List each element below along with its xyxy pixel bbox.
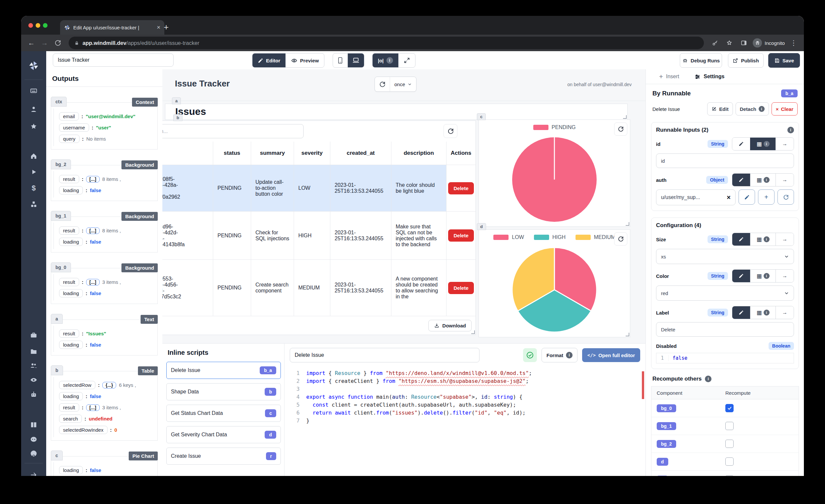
output-key[interactable]: result — [59, 175, 79, 183]
output-key[interactable]: search — [59, 415, 82, 423]
color-select[interactable]: red — [656, 286, 794, 301]
recompute-checkbox[interactable] — [725, 422, 734, 430]
connect-mode-button[interactable]: → — [775, 138, 794, 150]
edit-button[interactable]: Edit — [707, 102, 733, 116]
column-header-id[interactable] — [162, 142, 213, 165]
inline-script-item[interactable]: Get Status Chart Datac — [166, 405, 281, 422]
app-name-input[interactable] — [53, 54, 173, 67]
resize-handle[interactable] — [623, 115, 627, 119]
inline-script-item[interactable]: Delete Issueb_a — [166, 362, 281, 379]
editor-tab[interactable]: Editor — [252, 54, 286, 67]
github-icon[interactable] — [21, 449, 46, 457]
reload-icon[interactable] — [52, 37, 63, 49]
table-refresh-button[interactable] — [444, 124, 457, 138]
recompute-checkbox[interactable] — [725, 404, 734, 412]
bookmark-star-icon[interactable] — [724, 37, 735, 49]
expand-pill[interactable]: [...] — [86, 176, 100, 183]
output-key[interactable]: email — [59, 112, 79, 121]
output-key[interactable]: username — [59, 124, 89, 132]
user-icon[interactable] — [21, 105, 46, 113]
code-editor[interactable]: 1import { Resource } from "https://deno.… — [285, 367, 646, 476]
chart-refresh-button[interactable] — [614, 232, 627, 245]
close-window-button[interactable] — [28, 23, 33, 28]
output-key[interactable]: result — [59, 330, 79, 338]
tab-close-icon[interactable]: × — [157, 24, 160, 31]
output-key[interactable]: selectedRowIndex — [59, 426, 107, 434]
fullscreen-button[interactable] — [398, 54, 415, 67]
legend-item[interactable]: MEDIUM — [576, 234, 615, 240]
edit-resource-button[interactable] — [739, 190, 755, 205]
connect-mode-button[interactable]: → — [775, 233, 794, 245]
static-mode-button[interactable] — [732, 233, 750, 245]
static-mode-button[interactable] — [732, 173, 750, 186]
delete-button[interactable]: Delete — [448, 282, 473, 294]
browser-menu-icon[interactable]: ⋮ — [788, 37, 799, 49]
home-icon[interactable] — [21, 152, 46, 160]
resource-picker[interactable]: u/user/my_sup... × — [656, 190, 736, 205]
static-mode-button[interactable] — [732, 270, 750, 282]
browser-tab[interactable]: Edit App u/user/issue-tracker | × — [60, 20, 164, 34]
component-tag[interactable]: b — [173, 114, 182, 121]
side-panel-icon[interactable] — [738, 37, 749, 49]
tab-insert[interactable]: +Insert — [659, 73, 679, 80]
column-header-description[interactable]: description — [391, 142, 447, 165]
eye-icon[interactable] — [21, 376, 46, 384]
script-name-input[interactable] — [290, 348, 479, 362]
publish-button[interactable]: Publish — [728, 53, 764, 68]
resize-handle[interactable] — [471, 331, 475, 334]
clear-resource-icon[interactable]: × — [727, 194, 731, 201]
table-row[interactable]: 0553-e-4d56-d-f7d5c3c2PENDINGCreate sear… — [162, 260, 475, 316]
discord-icon[interactable] — [21, 435, 46, 443]
recompute-checkbox[interactable] — [725, 440, 734, 448]
output-section-id[interactable]: bg_0 — [51, 263, 71, 272]
book-icon[interactable] — [21, 421, 46, 429]
inline-script-item[interactable]: Get Severity Chart Datad — [166, 426, 281, 443]
connect-mode-button[interactable]: → — [775, 173, 794, 186]
legend-item[interactable]: HIGH — [534, 234, 566, 240]
output-key[interactable]: loading — [59, 289, 83, 297]
table-row[interactable]: 8d96-7-4d2d-4-e4143b8faPENDINGCheck for … — [162, 211, 475, 260]
pie-chart-component-c[interactable]: c PENDING — [478, 120, 630, 227]
toolbox-icon[interactable] — [21, 331, 46, 339]
resize-handle[interactable] — [626, 222, 629, 226]
table-component[interactable]: b statussummaryseveritycreated_atdescrip… — [162, 121, 476, 335]
legend-item[interactable]: LOW — [493, 234, 524, 240]
robot-icon[interactable] — [21, 390, 46, 399]
open-full-editor-button[interactable]: </> Open full editor — [582, 348, 640, 362]
column-header-severity[interactable]: severity — [294, 142, 330, 165]
output-key[interactable]: result — [59, 403, 79, 412]
template-mode-button[interactable]: ▦i — [750, 306, 775, 319]
output-section-id[interactable]: c — [51, 450, 63, 460]
save-button[interactable]: Save — [768, 53, 800, 68]
template-mode-button[interactable]: ▦i — [750, 270, 775, 282]
output-key[interactable]: loading — [59, 466, 83, 474]
mobile-view-button[interactable] — [333, 54, 348, 67]
output-section-id[interactable]: b — [51, 365, 63, 375]
arrow-right-icon[interactable] — [21, 471, 46, 476]
output-section-id[interactable]: bg_1 — [51, 211, 71, 221]
delete-button[interactable]: Delete — [448, 182, 473, 195]
output-key[interactable]: loading — [59, 341, 83, 349]
output-section-id[interactable]: a — [51, 314, 63, 324]
new-tab-button[interactable]: + — [164, 22, 169, 32]
add-resource-button[interactable]: + — [758, 190, 774, 205]
download-button[interactable]: Download — [428, 320, 471, 332]
component-tag[interactable]: a — [172, 97, 181, 104]
inline-script-item[interactable]: Shape Datab — [166, 383, 281, 401]
template-mode-button[interactable]: ▦i — [750, 233, 775, 245]
desktop-view-button[interactable] — [348, 54, 364, 67]
debug-runs-button[interactable]: Debug Runs — [680, 53, 722, 68]
refresh-resource-button[interactable] — [777, 190, 794, 205]
table-search-input[interactable] — [162, 124, 304, 138]
clear-button[interactable]: × Clear — [771, 102, 798, 116]
expand-pill[interactable]: [...] — [86, 279, 100, 286]
legend-item[interactable]: PENDING — [533, 125, 576, 130]
windmill-logo[interactable] — [21, 60, 46, 71]
maximize-window-button[interactable] — [43, 23, 48, 28]
inline-script-item[interactable]: Create Issuer — [166, 447, 281, 465]
output-key[interactable]: query — [59, 135, 80, 143]
play-icon[interactable] — [21, 168, 46, 176]
delete-button[interactable]: Delete — [448, 229, 473, 241]
expand-pill[interactable]: [...] — [86, 227, 100, 234]
dollar-icon[interactable]: $ — [21, 184, 46, 193]
